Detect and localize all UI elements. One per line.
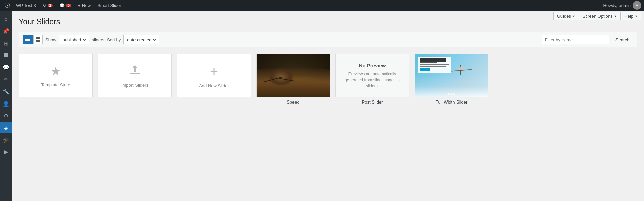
menu-item-play[interactable]: ▶ [0, 146, 12, 157]
menu-item-comments[interactable]: 💬 [0, 62, 12, 73]
no-preview-text: Previews are automatically generated fro… [341, 71, 404, 89]
site-name[interactable]: WP Test 3 [13, 3, 39, 8]
view-toggle [23, 35, 43, 44]
main-content: Guides ▼ Screen Options ▼ Help ▼ Your Sl… [12, 11, 644, 201]
post-slider-no-preview: No Preview Previews are automatically ge… [335, 54, 409, 97]
import-sliders-card[interactable]: Import Sliders [98, 54, 172, 97]
updates-item[interactable]: ↻ 2 [40, 3, 56, 8]
menu-item-hat[interactable]: 🎓 [0, 134, 12, 145]
sliders-label: sliders [92, 37, 105, 42]
import-sliders-label: Import Sliders [121, 83, 148, 88]
top-actions-bar: Guides ▼ Screen Options ▼ Help ▼ [551, 11, 644, 22]
comments-item[interactable]: 💬 0 [57, 3, 74, 8]
search-button[interactable]: Search [612, 35, 633, 44]
template-store-card[interactable]: ★ Template Store [19, 54, 93, 97]
fw-text-overlay [418, 57, 451, 73]
no-preview-title: No Preview [359, 63, 386, 68]
menu-item-settings[interactable]: ⚙ [0, 110, 12, 121]
plugin-name[interactable]: Smart Slider [95, 3, 124, 8]
menu-item-blocks[interactable]: ⊞ [0, 38, 12, 49]
plus-icon: + [210, 63, 218, 79]
upload-icon [129, 64, 141, 79]
show-select-input[interactable]: published all draft [61, 37, 87, 43]
guides-caret-icon: ▼ [572, 15, 575, 18]
slider-grid: ★ Template Store Import Sliders + Add Ne… [19, 54, 637, 105]
svg-rect-5 [36, 40, 38, 42]
menu-item-smart-slider[interactable]: ◈ [0, 122, 12, 133]
template-store-label: Template Store [41, 82, 70, 87]
add-new-slider-card[interactable]: + Add New Slider [177, 54, 251, 97]
wp-logo[interactable]: ☉ [3, 1, 12, 10]
svg-rect-4 [38, 37, 40, 39]
svg-rect-0 [25, 38, 30, 38]
grid-view-icon [36, 37, 40, 42]
list-view-icon [25, 37, 30, 42]
avatar: A [633, 1, 641, 10]
filter-input[interactable] [542, 35, 609, 44]
help-caret-icon: ▼ [635, 15, 638, 18]
show-select[interactable]: published all draft [59, 35, 89, 44]
admin-bar: ☉ WP Test 3 ↻ 2 💬 0 + New Smart Slider H… [0, 0, 644, 11]
full-width-preview [415, 54, 488, 97]
screen-options-caret-icon: ▼ [614, 15, 617, 18]
menu-item-pin[interactable]: 📌 [0, 25, 12, 37]
speed-preview [256, 54, 330, 97]
full-width-slider-name: Full Width Slider [415, 97, 488, 105]
grid-view-button[interactable] [33, 35, 43, 44]
menu-item-wrench[interactable]: 🔧 [0, 86, 12, 97]
guides-button[interactable]: Guides ▼ [553, 12, 579, 20]
page-title: Your Sliders [19, 17, 637, 26]
svg-rect-1 [25, 39, 30, 40]
svg-rect-2 [25, 40, 30, 41]
slider-toolbar: Show published all draft sliders Sort by… [19, 32, 637, 47]
list-view-button[interactable] [23, 35, 33, 44]
speed-slider-name: Speed [256, 97, 330, 105]
sort-by-label: Sort by [107, 37, 121, 42]
new-content[interactable]: + New [75, 3, 93, 8]
menu-item-media[interactable]: 🖼 [0, 50, 12, 61]
post-slider-name: Post Slider [335, 97, 409, 105]
svg-rect-7 [130, 73, 140, 74]
slider-card-full-width[interactable]: Full Width Slider [415, 54, 488, 105]
add-new-slider-label: Add New Slider [199, 83, 229, 88]
slider-card-speed[interactable]: Speed [256, 54, 330, 105]
sort-select-input[interactable]: date created name last modified [126, 37, 157, 43]
svg-rect-3 [36, 37, 38, 39]
menu-item-users[interactable]: 👤 [0, 98, 12, 109]
admin-menu: ⌂ 📌 ⊞ 🖼 💬 ✏ 🔧 👤 ⚙ ◈ 🎓 ▶ [0, 11, 12, 201]
howdy-text: Howdy, admin A [603, 1, 641, 10]
slider-card-post-slider[interactable]: No Preview Previews are automatically ge… [335, 54, 409, 105]
screen-options-button[interactable]: Screen Options ▼ [579, 12, 621, 20]
upload-svg-icon [129, 64, 141, 76]
menu-item-dashboard[interactable]: ⌂ [0, 13, 12, 25]
fw-dots [448, 93, 455, 95]
svg-marker-9 [132, 65, 138, 68]
svg-rect-6 [38, 40, 40, 42]
menu-item-tools[interactable]: ✏ [0, 74, 12, 85]
show-label: Show [45, 37, 56, 42]
star-icon: ★ [50, 64, 61, 78]
help-button[interactable]: Help ▼ [621, 12, 641, 20]
sort-select[interactable]: date created name last modified [123, 35, 159, 44]
